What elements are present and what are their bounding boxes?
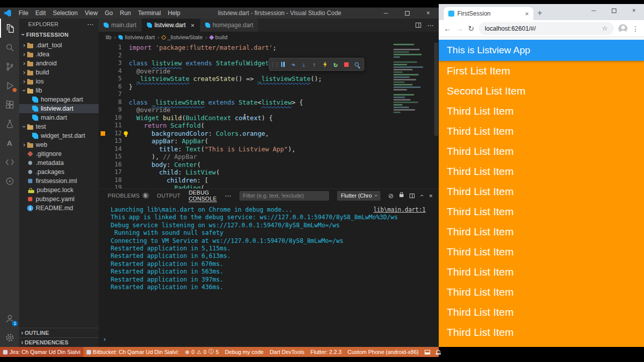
glyph-margin[interactable] bbox=[99, 83, 107, 91]
workspace-folder-row[interactable]: › FIRSTSESSION bbox=[19, 30, 99, 40]
tree-item-ios[interactable]: ›ios bbox=[19, 77, 99, 86]
tree-item-firstsession-iml[interactable]: firstsession.iml bbox=[19, 176, 99, 186]
breadcrumb-item-listviewstate[interactable]: _listviewState bbox=[162, 34, 203, 40]
breadcrumb-item-build[interactable]: build bbox=[210, 34, 227, 40]
tree-item-metadata[interactable]: .metadata bbox=[19, 158, 99, 167]
split-panel-icon[interactable] bbox=[410, 194, 415, 198]
tree-item-main-dart[interactable]: main.dart bbox=[19, 113, 99, 122]
search-activity-icon[interactable] bbox=[0, 38, 19, 57]
outline-section[interactable]: › OUTLINE bbox=[19, 328, 99, 337]
pause-button[interactable] bbox=[278, 59, 288, 69]
list-item[interactable]: Third List Item bbox=[439, 302, 644, 322]
list-item[interactable]: Third List Item bbox=[439, 322, 644, 342]
tree-item-dart-tool[interactable]: ›.dart_tool bbox=[19, 41, 99, 50]
debug-session-dropdown[interactable]: Flutter (Chro › bbox=[337, 191, 380, 201]
dependencies-section[interactable]: › DEPENDENCIES bbox=[19, 337, 99, 347]
accounts-icon[interactable]: 1 bbox=[0, 309, 19, 328]
menu-go[interactable]: Go bbox=[101, 10, 116, 17]
device-status[interactable]: Custom Phone (android-x86) bbox=[345, 347, 422, 357]
glyph-margin[interactable] bbox=[99, 90, 107, 99]
glyph-margin[interactable] bbox=[99, 145, 107, 153]
list-item[interactable]: Third List Item bbox=[439, 202, 644, 222]
list-item[interactable]: Third List Item bbox=[439, 242, 644, 262]
browser-minimize-button[interactable]: ─ bbox=[584, 4, 604, 17]
tree-item-gitignore[interactable]: .gitignore bbox=[19, 149, 99, 158]
flutter-listview[interactable]: First List ItemSecond List ItemThird Lis… bbox=[439, 61, 644, 347]
glyph-margin[interactable] bbox=[99, 59, 107, 67]
tree-item-widget-test-dart[interactable]: widget_test.dart bbox=[19, 131, 99, 140]
tree-item-test[interactable]: ›test bbox=[19, 122, 99, 131]
bitbucket-status[interactable]: Bitbucket: Ch Qamar Ud Din Sialvi: bbox=[84, 347, 182, 357]
tree-item-web[interactable]: ›web bbox=[19, 140, 99, 149]
maximize-panel-icon[interactable]: › bbox=[419, 195, 425, 197]
glyph-margin[interactable] bbox=[99, 44, 107, 52]
glyph-margin[interactable] bbox=[99, 176, 107, 185]
browser-tab[interactable]: FirstSession × bbox=[444, 7, 533, 20]
widget-inspector-button[interactable] bbox=[352, 59, 362, 69]
notifications-item[interactable] bbox=[433, 347, 443, 357]
explorer-more-icon[interactable]: ⋯ bbox=[87, 21, 94, 28]
breadcrumb-item-lib[interactable]: lib bbox=[106, 34, 112, 40]
list-item[interactable]: Third List Item bbox=[439, 161, 644, 182]
jira-status[interactable]: Jira: Ch Qamar Ud Din Sialvi bbox=[0, 347, 84, 357]
source-link[interactable]: lib\main.dart:1 bbox=[373, 206, 426, 213]
console-filter-input[interactable] bbox=[239, 191, 330, 201]
menu-selection[interactable]: Selection bbox=[49, 10, 81, 17]
close-button[interactable]: × bbox=[418, 8, 439, 19]
list-item[interactable]: Third List Item bbox=[439, 141, 644, 161]
bookmark-star-icon[interactable]: ☆ bbox=[602, 25, 608, 32]
list-item[interactable]: Third List Item bbox=[439, 182, 644, 202]
list-item[interactable]: Second List Item bbox=[439, 81, 644, 101]
extensions-activity-icon[interactable] bbox=[0, 95, 19, 114]
menu-run[interactable]: Run bbox=[116, 10, 134, 17]
dart-devtools-status[interactable]: Dart DevTools bbox=[267, 347, 307, 357]
tab-main-dart[interactable]: main.dart bbox=[99, 19, 142, 32]
menu-terminal[interactable]: Terminal bbox=[134, 10, 164, 17]
testing-activity-icon[interactable] bbox=[0, 114, 19, 133]
lightbulb-icon[interactable] bbox=[124, 131, 128, 135]
tab-homepage-dart[interactable]: homepage.dart bbox=[200, 19, 259, 32]
panel-tab-problems[interactable]: PROBLEMS5 bbox=[108, 189, 149, 202]
reload-button[interactable]: ↻ bbox=[468, 24, 474, 33]
tab-close-icon[interactable]: × bbox=[525, 10, 529, 18]
glyph-margin[interactable] bbox=[99, 106, 107, 114]
tree-item-readme-md[interactable]: README.md bbox=[19, 204, 99, 213]
list-item[interactable]: Third List Item bbox=[439, 282, 644, 302]
minimize-button[interactable]: ─ bbox=[375, 8, 396, 19]
run-debug-activity-icon[interactable] bbox=[0, 76, 19, 95]
glyph-margin[interactable] bbox=[99, 168, 107, 176]
glyph-margin[interactable] bbox=[99, 122, 107, 130]
list-item[interactable]: First List Item bbox=[439, 61, 644, 81]
new-tab-button[interactable]: + bbox=[533, 7, 546, 20]
code-editor[interactable]: 1import 'package:flutter/material.dart';… bbox=[99, 43, 439, 189]
glyph-margin[interactable] bbox=[99, 153, 107, 161]
drag-handle-icon[interactable]: ⋮⋮ bbox=[271, 59, 277, 69]
clear-console-icon[interactable]: ⊘ bbox=[388, 192, 394, 200]
glyph-margin[interactable] bbox=[99, 184, 107, 189]
restart-button[interactable]: ↻ bbox=[331, 59, 341, 69]
browser-menu-icon[interactable]: ⋮ bbox=[632, 25, 639, 33]
glyph-margin[interactable] bbox=[99, 67, 107, 75]
forward-button[interactable]: → bbox=[456, 24, 463, 33]
list-item[interactable]: Third List Item bbox=[439, 101, 644, 121]
glyph-margin[interactable] bbox=[99, 52, 107, 60]
glyph-margin[interactable] bbox=[99, 75, 107, 83]
tree-item-build[interactable]: ›build bbox=[19, 68, 99, 77]
back-button[interactable]: ← bbox=[444, 24, 451, 33]
editor-more-icon[interactable]: ⋯ bbox=[427, 22, 434, 29]
browser-maximize-button[interactable] bbox=[604, 4, 624, 17]
glyph-margin[interactable] bbox=[99, 161, 107, 169]
panel-more-icon[interactable]: ⋯ bbox=[225, 192, 231, 200]
glyph-margin[interactable] bbox=[99, 137, 107, 145]
step-out-button[interactable]: ↑ bbox=[309, 59, 319, 69]
glyph-margin[interactable] bbox=[99, 130, 107, 138]
glyph-margin[interactable] bbox=[99, 114, 107, 122]
menu-edit[interactable]: Edit bbox=[32, 10, 49, 17]
problems-status[interactable]: ⊗0⚠0ⓘ5 bbox=[182, 347, 222, 357]
snippets-activity-icon[interactable] bbox=[0, 152, 19, 171]
close-panel-icon[interactable]: × bbox=[429, 192, 433, 200]
tree-item-packages[interactable]: .packages bbox=[19, 167, 99, 176]
list-item[interactable]: Third List Item bbox=[439, 121, 644, 141]
address-bar[interactable]: localhost:62601/#/ ☆ bbox=[479, 22, 614, 35]
close-icon[interactable]: × bbox=[191, 22, 195, 29]
